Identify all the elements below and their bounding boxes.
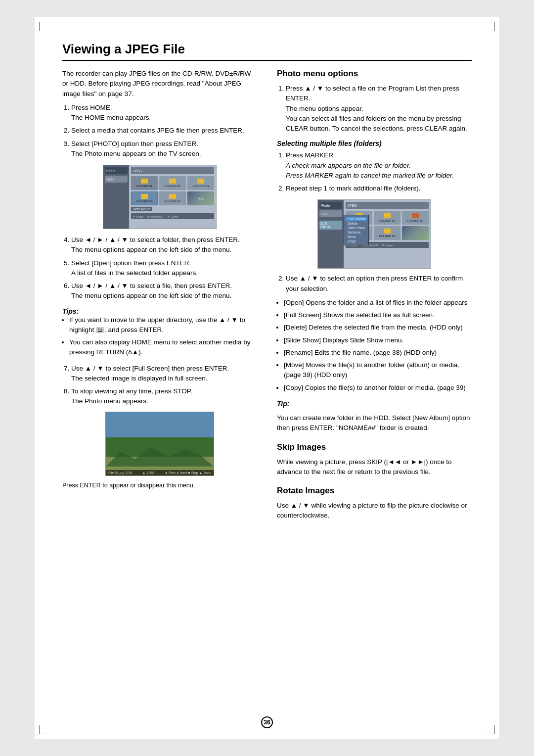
mock-folder-grid: FOLDER 01 FOLDER 02 FOLDER 03	[131, 176, 214, 205]
folder-label-1: FOLDER 01	[136, 185, 153, 188]
tips-list: If you want to move to the upper directo…	[69, 315, 257, 358]
steps-list-1: Press HOME. The HOME menu appears. Selec…	[71, 103, 257, 159]
folder-icon-2-3	[412, 213, 419, 218]
screenshot-marker-menu: Photo HDD 2/16File 02 JPEG FOLDER 01	[317, 199, 431, 269]
step-1: Press HOME. The HOME menu appears.	[71, 103, 257, 123]
photo-menu-title: Photo menu options	[277, 69, 472, 79]
step-5-sub: A list of files in the selected folder a…	[71, 269, 198, 277]
folder-label-img: img	[198, 197, 203, 200]
photo-info-bar: File 01.jpg 2/16 ▲ 4.5M ◄ Prev ● Next ■ …	[106, 470, 214, 475]
mock-main-area: JPEG FOLDER 01 FOLDER 02	[129, 165, 216, 229]
steps-list-3: Use ▲ / ▼ to select [Full Screen] then p…	[71, 364, 257, 407]
tip-text-right: You can create new folder in the HDD. Se…	[277, 413, 472, 433]
mock-menu-move: Move	[346, 235, 367, 239]
option-copy: [Copy] Copies the file(s) to another fol…	[284, 383, 472, 393]
option-delete: [Delete] Deletes the selected file from …	[284, 323, 472, 332]
right-step-1-main: Press ▲ / ▼ to select a file on the Prog…	[286, 85, 459, 102]
step-3: Select [PHOTO] option then press ENTER. …	[71, 139, 257, 159]
option-open: [Open] Opens the folder and a list of fi…	[284, 298, 472, 308]
mock-bottom-close-2: ✕ Close	[382, 243, 393, 247]
right-step-1-sub1: The menu options appear.	[286, 105, 363, 112]
step-4: Use ◄ / ► / ▲ / ▼ to select a folder, th…	[71, 235, 257, 255]
folder-icon-2-2	[384, 213, 391, 218]
option-slideshow: [Slide Show] Displays Slide Show menu.	[284, 335, 472, 345]
mock-folder-2-6	[402, 226, 429, 240]
option-rename: [Rename] Edits the file name. (page 38) …	[284, 348, 472, 358]
folder-icon-3	[197, 179, 204, 184]
photo-size: ▲ 4.5M	[142, 471, 154, 474]
folder-icon-2-5	[384, 229, 391, 234]
selecting-step-2: Repeat step 1 to mark additional file (f…	[286, 184, 472, 193]
photo-filename: File 01.jpg 2/16	[108, 471, 132, 474]
option-move: [Move] Moves the file(s) to another fold…	[284, 360, 472, 380]
rotate-title: Rotate Images	[277, 486, 472, 496]
selecting-step-1-main: Press MARKER.	[286, 151, 335, 159]
mock-menu-rename: Rename	[346, 230, 367, 235]
step-2: Select a media that contains JPEG file t…	[71, 126, 257, 136]
selecting-step-1-sub1: A check mark appears on the file or fold…	[286, 162, 411, 169]
mock-sidebar-photo: Photo	[105, 167, 128, 174]
step-7: Use ▲ / ▼ to select [Full Screen] then p…	[71, 364, 257, 384]
right-step-1: Press ▲ / ▼ to select a file on the Prog…	[286, 84, 472, 134]
mock-folder-2-2: FOLDER 02	[374, 211, 400, 225]
skip-text: While viewing a picture, press SKIP (|◄◄…	[277, 457, 472, 477]
selecting-steps-list: Press MARKER. A check mark appears on th…	[286, 150, 472, 193]
tip-block-right: Tip: You can create new folder in the HD…	[277, 399, 472, 433]
step-8-sub: The Photo menu appears.	[71, 397, 148, 405]
mock-folder-1: FOLDER 01	[131, 176, 158, 190]
mock-sidebar-2: Photo HDD 2/16File 02	[318, 200, 344, 268]
right-steps-list: Press ▲ / ▼ to select a file on the Prog…	[286, 84, 472, 134]
mock-folder-6: img	[187, 191, 214, 205]
folder-label-3: FOLDER 03	[193, 185, 209, 188]
corner-mark-tr	[486, 22, 494, 31]
corner-mark-tl	[40, 22, 48, 31]
skip-section: Skip Images While viewing a picture, pre…	[277, 442, 472, 477]
page-number: 36	[261, 716, 273, 728]
mock-new-album-bar: New Album	[131, 207, 214, 211]
step-5: Select [Open] option then press ENTER. A…	[71, 258, 257, 279]
tips-label: Tips:	[62, 307, 79, 315]
step-2-main: Select a media that contains JPEG file t…	[71, 127, 244, 134]
skip-title: Skip Images	[277, 442, 472, 452]
mock-folder-2-5: FOLDER 05	[374, 226, 400, 240]
mock-sidebar: Photo HDD	[103, 165, 129, 229]
screenshot-photo-menu: Photo HDD JPEG FOLDER 01	[103, 165, 217, 229]
step-1-sub: The HOME menu appears.	[71, 114, 151, 121]
mock-bottom-close: ✕ Close	[167, 215, 178, 218]
step-4-main: Use ◄ / ► / ▲ / ▼ to select a folder, th…	[71, 236, 240, 243]
options-list: [Open] Opens the folder and a list of fi…	[284, 298, 472, 393]
photo-preview-screenshot: File 01.jpg 2/16 ▲ 4.5M ◄ Prev ● Next ■ …	[105, 412, 214, 476]
mock-sidebar-hdd: HDD	[105, 176, 128, 183]
step-7-sub: The selected image is displayed in full …	[71, 375, 207, 382]
mock-sidebar-hdd-2: HDD	[319, 210, 342, 217]
step-1-main: Press HOME.	[71, 104, 112, 111]
mock-new-album-btn: New Album	[131, 207, 152, 211]
folder-label-2: FOLDER 02	[165, 185, 181, 188]
step-7-main: Use ▲ / ▼ to select [Full Screen] then p…	[71, 365, 229, 372]
left-column: The recorder can play JPEG files on the …	[62, 69, 257, 527]
folder-icon-1	[141, 179, 148, 184]
mock-bottom-mark: ⊕ MARKER	[147, 215, 163, 218]
photo-controls: ◄ Prev ● Next ■ Stop ▲ Back	[164, 471, 211, 474]
tip-2: You can also display HOME menu to select…	[69, 337, 257, 358]
mock-folder-3: FOLDER 03	[187, 176, 214, 190]
folder-icon-2	[169, 179, 176, 184]
folder-label-2-3: FOLDER 03	[407, 219, 424, 222]
mock-bottom-enter: ↵ Enter	[133, 215, 143, 218]
photo-caption: Press ENTER to appear or disappear this …	[62, 481, 257, 490]
step-6-sub: The menu options appear on the left side…	[71, 292, 231, 299]
mock-bottom-bar-1: ↵ Enter ⊕ MARKER ✕ Close	[131, 213, 214, 219]
step-6-main: Use ◄ / ► / ▲ / ▼ to select a file, then…	[71, 282, 232, 289]
folder-icon-inline: 🗂	[96, 327, 104, 333]
svg-marker-0	[106, 447, 214, 467]
mock-folder-4: FOLDER 04	[131, 191, 158, 205]
selecting-step-2-main: Repeat step 1 to mark additional file (f…	[286, 185, 420, 192]
folder-label-4: FOLDER 04	[136, 200, 153, 203]
corner-mark-br	[486, 725, 494, 734]
mock-file-count: 2/16File 02	[319, 221, 342, 230]
mock-menu-copy: Copy	[346, 239, 367, 243]
step-3-sub: The Photo menu appears on the TV screen.	[71, 150, 201, 157]
tip-1: If you want to move to the upper directo…	[69, 315, 257, 335]
tips-block: Tips: If you want to move to the upper d…	[62, 307, 257, 358]
step-8: To stop viewing at any time, press STOP.…	[71, 386, 257, 407]
